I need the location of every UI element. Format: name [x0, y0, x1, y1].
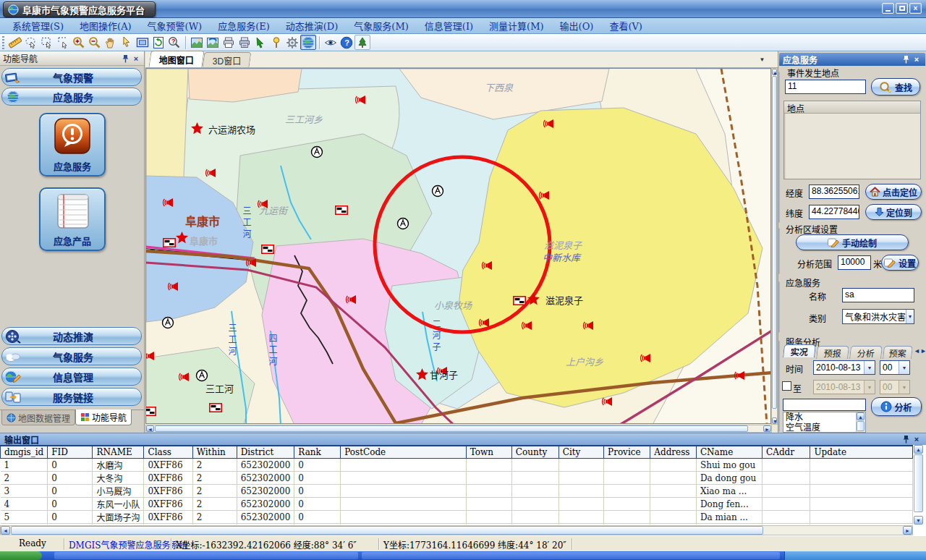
hour2-combo[interactable]: 00▼ [880, 380, 910, 394]
tab-map-view[interactable]: 地图窗口 [148, 51, 204, 67]
refresh-icon[interactable] [150, 35, 166, 50]
zoom-in-icon[interactable] [71, 35, 87, 50]
menu-item[interactable]: 系统管理(S) [4, 17, 72, 34]
tab-analysis[interactable]: 分析 [849, 346, 883, 359]
plot-icon[interactable] [237, 35, 252, 50]
column-header[interactable]: CName [696, 446, 762, 459]
table-row[interactable]: 10水磨沟0XFF8626523020000Shui mo gou [1, 459, 913, 472]
taskbar-task[interactable] [362, 552, 780, 559]
analysis-param-input[interactable] [783, 399, 866, 411]
close-panel-icon[interactable]: × [131, 54, 141, 64]
menu-item[interactable]: 输出(O) [552, 17, 602, 34]
column-header[interactable]: Town [466, 446, 511, 459]
alarm-speaker-icon[interactable] [356, 96, 365, 104]
alarm-speaker-icon[interactable] [247, 258, 256, 267]
analysis-range-input[interactable]: 10000 [838, 255, 871, 270]
table-row[interactable]: 20大冬沟0XFF8626523020000Da dong gou [1, 472, 913, 485]
column-header[interactable]: Update [810, 446, 913, 459]
identify-icon[interactable]: ? [166, 35, 182, 50]
flag-site-icon[interactable] [514, 297, 525, 305]
flag-site-icon[interactable] [262, 245, 273, 253]
service-name-input[interactable]: sa [842, 288, 914, 302]
date2-combo[interactable]: 2010-08-13▼ [813, 380, 875, 394]
column-header[interactable]: County [511, 446, 558, 459]
pan-icon[interactable] [103, 35, 119, 50]
alarm-speaker-icon[interactable] [641, 354, 650, 362]
alarm-speaker-icon[interactable] [480, 318, 489, 327]
alarm-speaker-icon[interactable] [603, 397, 612, 406]
scene-image-icon[interactable] [205, 35, 221, 50]
star-city-icon[interactable] [176, 232, 188, 243]
measure-icon[interactable] [7, 35, 23, 50]
menu-item[interactable]: 地图操作(A) [72, 17, 140, 34]
column-header[interactable]: PostCode [341, 446, 467, 459]
alarm-speaker-icon[interactable] [584, 321, 593, 330]
pointer-icon[interactable] [119, 35, 135, 50]
alarm-speaker-icon[interactable] [438, 367, 447, 376]
antenna-station-icon[interactable] [312, 147, 323, 158]
location-result-list[interactable]: 地点 [783, 101, 921, 179]
nav-bar-信息管理[interactable]: 信息管理 [1, 368, 142, 386]
gear-icon[interactable] [284, 35, 300, 50]
table-row[interactable]: 50大面场子沟0XFF8626523020000Da mian ... [1, 511, 913, 524]
flag-site-icon[interactable] [210, 404, 221, 412]
flag-site-icon[interactable] [163, 239, 175, 247]
map-canvas[interactable]: 下西泉三工河乡六运湖农场九运街阜康市阜康市滋泥泉子中新水库滋泥泉子小泉牧场上户沟… [145, 68, 771, 424]
table-row[interactable]: 40东风一小队0XFF8626523020000Dong fen... [1, 498, 913, 511]
big-button-应急产品[interactable]: 应急产品 [39, 187, 106, 251]
hour-combo[interactable]: 00▼ [880, 360, 910, 375]
column-header[interactable]: Provice [604, 446, 650, 459]
eye-icon[interactable] [323, 35, 339, 50]
column-header[interactable]: District [237, 446, 294, 459]
toolbar-grip[interactable] [2, 36, 4, 49]
taskbar[interactable] [0, 551, 926, 560]
map-vscrollbar[interactable]: ▲ ▼ [771, 68, 778, 425]
alarm-speaker-icon[interactable] [735, 371, 744, 380]
start-button[interactable] [0, 551, 42, 560]
alarm-speaker-icon[interactable] [347, 295, 356, 304]
green-arrow-icon[interactable] [252, 35, 268, 50]
alarm-speaker-icon[interactable] [163, 198, 173, 207]
list-item[interactable]: 空气温度 [783, 423, 865, 433]
star-city-icon[interactable] [191, 122, 203, 134]
column-header[interactable]: Rank [294, 446, 341, 459]
tab-function-nav[interactable]: 功能导航 [75, 410, 132, 425]
antenna-station-icon[interactable] [433, 186, 443, 197]
tab-scroll-right-icon[interactable]: ► [920, 347, 926, 355]
antenna-station-icon[interactable] [398, 219, 409, 229]
menu-item[interactable]: 应急服务(E) [210, 17, 278, 34]
print-icon[interactable] [221, 35, 237, 50]
minimize-button[interactable] [882, 3, 894, 14]
alarm-speaker-icon[interactable] [146, 352, 154, 360]
tab-plan[interactable]: 预案 [883, 346, 913, 359]
zoom-out-icon[interactable] [87, 35, 103, 50]
full-extent-icon[interactable] [135, 35, 150, 50]
tab-3d-view[interactable]: 3D窗口 [203, 52, 252, 67]
close-button[interactable]: × [909, 3, 922, 14]
latitude-input[interactable]: 44.22778446 [809, 205, 859, 219]
select-arrow-icon[interactable] [55, 35, 71, 50]
tab-scroll-left-icon[interactable]: ◄ [914, 347, 920, 355]
flag-site-icon[interactable] [336, 206, 347, 214]
list-item[interactable]: 降水 [783, 412, 865, 423]
antenna-station-icon[interactable] [163, 318, 174, 328]
close-panel-icon[interactable]: × [912, 54, 922, 64]
menu-item[interactable]: 气象服务(M) [346, 17, 416, 34]
map-tab-dropdown-icon[interactable]: ▼ [757, 55, 768, 65]
alarm-speaker-icon[interactable] [179, 373, 189, 381]
taskbar-task[interactable] [54, 552, 358, 559]
menu-item[interactable]: 动态推演(D) [278, 17, 347, 34]
search-button[interactable]: 查找 [871, 78, 920, 96]
alarm-speaker-icon[interactable] [169, 282, 178, 291]
flag-site-icon[interactable] [146, 407, 156, 415]
set-range-button[interactable]: 设置 [881, 255, 919, 271]
table-row[interactable]: 30小马厩沟0XFF8626523020000Xiao ma ... [1, 485, 913, 498]
map-hscrollbar[interactable]: ◄ ► [145, 425, 772, 433]
column-header[interactable]: Within [192, 446, 237, 459]
column-header[interactable]: RNAME [93, 446, 144, 459]
scroll-up-icon[interactable]: ▲ [857, 412, 865, 420]
nav-bar-气象预警[interactable]: 气象预警 [1, 68, 142, 86]
table-row[interactable]: 60城关0XFF8526523020000Cheng guan [1, 524, 913, 525]
help-icon[interactable]: ? [339, 35, 354, 50]
restore-button[interactable] [896, 3, 908, 14]
